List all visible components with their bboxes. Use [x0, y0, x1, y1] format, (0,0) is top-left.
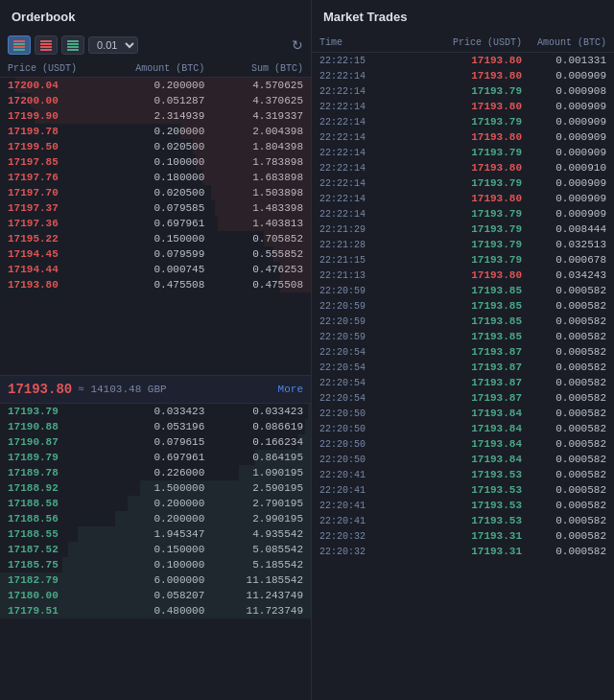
sell-order-row[interactable]: 17194.45 0.079599 0.555852: [0, 246, 311, 262]
sell-order-row[interactable]: 17194.44 0.000745 0.476253: [0, 262, 311, 277]
trade-price: 17193.84: [379, 423, 530, 434]
view-sells-button[interactable]: [35, 35, 58, 55]
buy-amount: 0.697961: [97, 452, 204, 463]
mid-price-value: 17193.80: [8, 382, 72, 397]
market-trades-panel: Market Trades Time Price (USDT) Amount (…: [312, 0, 614, 700]
trade-amount: 0.000582: [530, 484, 606, 496]
trade-price: 17193.80: [379, 55, 530, 66]
sell-order-row[interactable]: 17197.36 0.697961 1.403813: [0, 216, 311, 231]
sell-order-row[interactable]: 17200.00 0.051287 4.370625: [0, 93, 311, 108]
sell-order-row[interactable]: 17199.50 0.020500 1.804398: [0, 139, 311, 154]
buy-order-row[interactable]: 17189.78 0.226000 1.090195: [0, 465, 311, 480]
view-both-button[interactable]: [8, 35, 31, 55]
orderbook-title: Orderbook: [0, 0, 311, 32]
sell-order-row[interactable]: 17197.37 0.079585 1.483398: [0, 200, 311, 216]
trade-row: 22:22:14 17193.80 0.000909: [312, 191, 614, 206]
trade-amount: 0.000908: [530, 85, 606, 97]
buy-order-row[interactable]: 17187.52 0.150000 5.085542: [0, 542, 311, 557]
trade-time: 22:22:14: [319, 86, 379, 97]
trade-amount: 0.001331: [530, 55, 606, 66]
trade-row: 22:20:50 17193.84 0.000582: [312, 406, 614, 421]
sell-order-row[interactable]: 17197.70 0.020500 1.503898: [0, 185, 311, 200]
buy-order-row[interactable]: 17193.79 0.033423 0.033423: [0, 404, 311, 419]
trade-row: 22:22:14 17193.79 0.000909: [312, 145, 614, 160]
sell-amount: 0.475508: [97, 279, 204, 291]
buy-order-row[interactable]: 17188.55 1.945347 4.935542: [0, 526, 311, 542]
buy-order-row[interactable]: 17188.56 0.200000 2.990195: [0, 511, 311, 526]
svg-rect-10: [67, 46, 79, 48]
sell-amount: 0.079585: [97, 202, 204, 214]
trade-amount: 0.000678: [530, 254, 606, 266]
refresh-button[interactable]: ↻: [292, 37, 303, 53]
svg-rect-6: [40, 46, 52, 48]
trade-price: 17193.79: [379, 208, 530, 220]
trade-amount: 0.000909: [530, 147, 606, 158]
trade-time: 22:22:14: [319, 194, 379, 204]
trade-amount: 0.000909: [530, 208, 606, 220]
trade-amount: 0.000582: [530, 377, 606, 388]
trade-time: 22:20:32: [319, 531, 379, 542]
trade-price: 17193.53: [379, 484, 530, 496]
trade-amount: 0.000582: [530, 315, 606, 327]
sell-order-row[interactable]: 17197.85 0.100000 1.783898: [0, 154, 311, 170]
trade-price: 17193.87: [379, 392, 530, 404]
trade-amount: 0.000909: [530, 101, 606, 112]
trade-time: 22:22:15: [319, 56, 379, 66]
buy-order-row[interactable]: 17185.75 0.100000 5.185542: [0, 557, 311, 572]
sell-order-row[interactable]: 17193.80 0.475508 0.475508: [0, 277, 311, 292]
trade-amount: 0.000582: [530, 346, 606, 358]
trade-row: 22:20:41 17193.53 0.000582: [312, 513, 614, 528]
trade-amount: 0.034243: [530, 269, 606, 281]
trade-amount: 0.000582: [530, 438, 606, 450]
market-trades-col-headers: Time Price (USDT) Amount (BTC): [312, 32, 614, 53]
buy-order-row[interactable]: 17190.87 0.079615 0.166234: [0, 434, 311, 450]
more-link[interactable]: More: [278, 384, 303, 395]
trade-time: 22:20:41: [319, 501, 379, 511]
buy-order-row[interactable]: 17180.00 0.058207 11.243749: [0, 588, 311, 603]
trade-row: 22:20:50 17193.84 0.000582: [312, 421, 614, 436]
trade-price: 17193.79: [379, 147, 530, 158]
trade-price: 17193.85: [379, 331, 530, 342]
trade-row: 22:22:14 17193.79 0.000909: [312, 206, 614, 222]
buy-order-row[interactable]: 17179.51 0.480000 11.723749: [0, 603, 311, 618]
trade-time: 22:20:54: [319, 378, 379, 388]
trade-row: 22:20:59 17193.85 0.000582: [312, 283, 614, 298]
sell-order-row[interactable]: 17195.22 0.150000 0.705852: [0, 231, 311, 246]
view-buys-button[interactable]: [61, 35, 84, 55]
price-col-header: Price (USDT): [8, 63, 97, 74]
trade-price: 17193.79: [379, 254, 530, 266]
trade-time: 22:21:15: [319, 255, 379, 266]
trade-amount: 0.000909: [530, 193, 606, 204]
buy-order-row[interactable]: 17182.79 6.000000 11.185542: [0, 572, 311, 588]
buy-orders-list: 17193.79 0.033423 0.033423 17190.88 0.05…: [0, 404, 311, 701]
trade-amount: 0.000582: [530, 300, 606, 312]
sell-price: 17199.50: [8, 141, 97, 152]
trade-amount: 0.032513: [530, 239, 606, 250]
svg-rect-8: [67, 40, 79, 42]
sell-orders-list: 17200.04 0.200000 4.570625 17200.00 0.05…: [0, 78, 311, 375]
buy-order-row[interactable]: 17188.58 0.200000 2.790195: [0, 496, 311, 511]
buy-price: 17190.87: [8, 436, 97, 448]
sell-amount: 0.020500: [97, 141, 204, 152]
trade-amount: 0.000582: [530, 454, 606, 465]
buy-order-row[interactable]: 17188.92 1.500000 2.590195: [0, 480, 311, 496]
buy-order-row[interactable]: 17189.79 0.697961 0.864195: [0, 450, 311, 465]
sell-order-row[interactable]: 17199.90 2.314939 4.319337: [0, 108, 311, 124]
sell-order-row[interactable]: 17197.76 0.180000 1.683898: [0, 170, 311, 185]
precision-select[interactable]: 0.01 0.1 1 10: [88, 36, 138, 54]
orderbook-toolbar: 0.01 0.1 1 10 ↻: [0, 32, 311, 60]
trade-time: 22:20:54: [319, 393, 379, 404]
buy-price: 17193.79: [8, 406, 97, 417]
trade-time: 22:20:50: [319, 408, 379, 419]
sell-price: 17199.78: [8, 126, 97, 137]
buy-sum: 0.166234: [204, 436, 303, 448]
trade-price: 17193.84: [379, 408, 530, 419]
trade-time: 22:22:14: [319, 178, 379, 189]
sell-order-row[interactable]: 17200.04 0.200000 4.570625: [0, 78, 311, 93]
buy-price: 17188.56: [8, 513, 97, 525]
trade-price: 17193.79: [379, 239, 530, 250]
trade-amount: 0.000582: [530, 469, 606, 480]
sell-order-row[interactable]: 17199.78 0.200000 2.004398: [0, 124, 311, 139]
trade-row: 22:21:29 17193.79 0.008444: [312, 222, 614, 237]
buy-order-row[interactable]: 17190.88 0.053196 0.086619: [0, 419, 311, 434]
